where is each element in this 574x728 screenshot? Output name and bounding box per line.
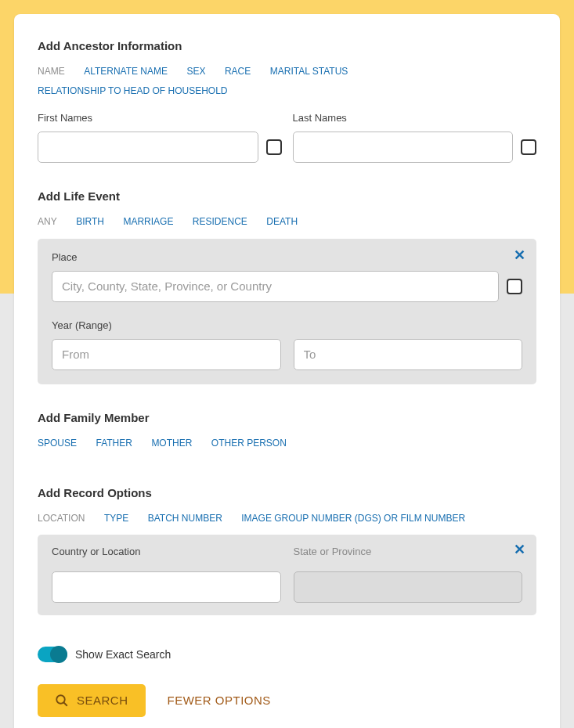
year-to-input[interactable] <box>294 339 523 370</box>
state-label: State or Province <box>294 546 523 557</box>
search-button-label: SEARCH <box>77 694 128 707</box>
family-tabs: SPOUSE FATHER MOTHER OTHER PERSON <box>38 434 536 453</box>
last-names-input[interactable] <box>293 132 514 163</box>
svg-point-0 <box>56 695 65 704</box>
record-tabs: LOCATION TYPE BATCH NUMBER IMAGE GROUP N… <box>38 509 536 528</box>
tab-death[interactable]: DEATH <box>266 212 298 232</box>
search-icon <box>55 694 69 708</box>
family-title: Add Family Member <box>38 411 536 424</box>
first-names-exact-checkbox[interactable] <box>266 139 282 155</box>
tab-sex[interactable]: SEX <box>186 62 205 81</box>
svg-line-1 <box>63 702 67 706</box>
fewer-options-link[interactable]: FEWER OPTIONS <box>168 694 271 707</box>
place-exact-checkbox[interactable] <box>507 279 522 294</box>
tab-marriage[interactable]: MARRIAGE <box>123 212 173 232</box>
search-form: Add Ancestor Information NAME ALTERNATE … <box>14 14 560 728</box>
year-from-input[interactable] <box>52 339 281 370</box>
country-label: Country or Location <box>52 546 281 557</box>
tab-race[interactable]: RACE <box>225 62 251 81</box>
first-names-input[interactable] <box>38 132 258 163</box>
record-panel: ✕ Country or Location State or Province <box>38 535 536 615</box>
exact-search-label: Show Exact Search <box>75 648 171 661</box>
ancestor-tabs: NAME ALTERNATE NAME SEX RACE MARITAL STA… <box>38 62 536 101</box>
place-input[interactable] <box>52 271 499 302</box>
year-range-label: Year (Range) <box>52 319 522 331</box>
tab-birth[interactable]: BIRTH <box>76 212 104 232</box>
tab-location: LOCATION <box>38 509 85 528</box>
tab-marital-status[interactable]: MARITAL STATUS <box>270 62 348 81</box>
country-input[interactable] <box>52 571 281 603</box>
life-event-tabs: ANY BIRTH MARRIAGE RESIDENCE DEATH <box>38 212 536 232</box>
search-button[interactable]: SEARCH <box>38 684 146 717</box>
exact-search-toggle[interactable] <box>38 647 67 662</box>
tab-alternate-name[interactable]: ALTERNATE NAME <box>84 62 168 81</box>
tab-any: ANY <box>38 212 57 232</box>
tab-relationship[interactable]: RELATIONSHIP TO HEAD OF HOUSEHOLD <box>38 81 228 101</box>
tab-father[interactable]: FATHER <box>96 434 132 453</box>
place-label: Place <box>52 251 522 263</box>
tab-image-group[interactable]: IMAGE GROUP NUMBER (DGS) OR FILM NUMBER <box>241 509 465 528</box>
close-icon[interactable]: ✕ <box>514 541 525 558</box>
tab-type[interactable]: TYPE <box>104 509 128 528</box>
first-names-label: First Names <box>38 112 282 124</box>
tab-spouse[interactable]: SPOUSE <box>38 434 77 453</box>
ancestor-title: Add Ancestor Information <box>38 39 536 52</box>
tab-other-person[interactable]: OTHER PERSON <box>211 434 287 453</box>
tab-batch-number[interactable]: BATCH NUMBER <box>148 509 222 528</box>
state-input <box>294 571 523 603</box>
last-names-exact-checkbox[interactable] <box>521 139 536 155</box>
life-event-panel: ✕ Place Year (Range) <box>38 239 536 384</box>
close-icon[interactable]: ✕ <box>514 247 525 264</box>
last-names-label: Last Names <box>293 112 537 124</box>
tab-residence[interactable]: RESIDENCE <box>193 212 247 232</box>
tab-mother[interactable]: MOTHER <box>151 434 192 453</box>
tab-name: NAME <box>38 62 65 81</box>
life-event-title: Add Life Event <box>38 189 536 203</box>
record-title: Add Record Options <box>38 486 536 499</box>
